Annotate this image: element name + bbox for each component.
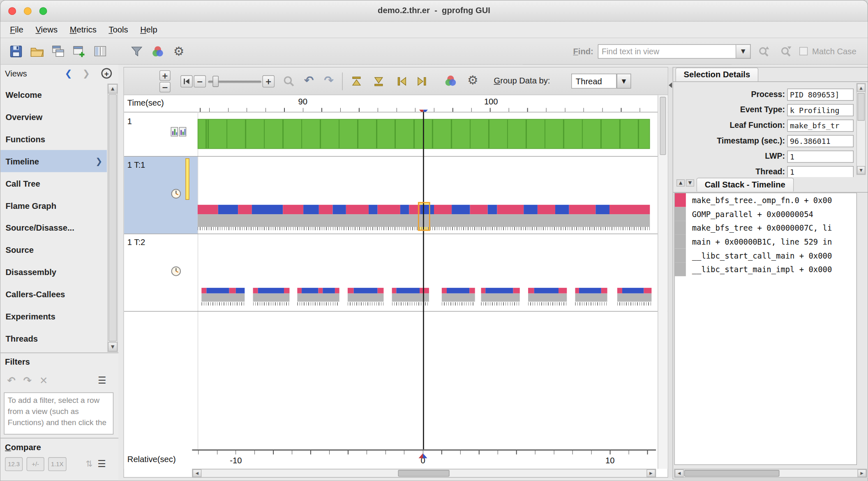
timeline-event-segment[interactable] — [284, 288, 289, 293]
open-experiment-icon[interactable] — [28, 42, 46, 60]
timeline-event-segment[interactable] — [579, 288, 601, 293]
thread-state-block[interactable] — [202, 294, 245, 306]
sidebar-item-overview[interactable]: Overview — [0, 106, 107, 128]
tab-selection-details[interactable]: Selection Details — [675, 67, 758, 81]
compare-menu-icon[interactable]: ☰ — [97, 458, 106, 469]
menu-help[interactable]: Help — [134, 23, 163, 37]
thread-state-block[interactable] — [347, 294, 383, 306]
copy-view-icon[interactable] — [49, 42, 67, 60]
zoom-out-button[interactable]: − — [194, 75, 206, 88]
timeline-event-segment[interactable] — [298, 288, 302, 293]
timeline-event-segment[interactable] — [302, 288, 319, 293]
timeline-event-segment[interactable] — [485, 288, 513, 293]
timeline-event-segment[interactable] — [236, 288, 245, 293]
timeline-event-segment[interactable] — [470, 205, 488, 214]
group-data-by-select[interactable]: Thread — [571, 74, 616, 88]
settings-gear-icon[interactable]: ⚙ — [170, 42, 188, 60]
timeline-event-segment[interactable] — [378, 205, 400, 214]
zoom-slider-thumb[interactable] — [212, 76, 219, 87]
timeline-event-segment[interactable] — [622, 288, 644, 293]
add-view-icon[interactable]: + — [101, 68, 112, 79]
timeline-event-group[interactable] — [442, 288, 475, 307]
timeline-event-segment[interactable] — [488, 205, 497, 214]
scroll-up-icon[interactable]: ▲ — [857, 83, 865, 92]
timeline-event-segment[interactable] — [283, 205, 303, 214]
timeline-event-segment[interactable] — [378, 288, 384, 293]
stack-frame-row[interactable]: make_bfs_tree + 0x0000007C, li — [675, 221, 856, 235]
timeline-hscrollbar[interactable]: ◀ ▶ — [192, 469, 656, 478]
timeline-event-segment[interactable] — [369, 205, 378, 214]
filter-icon[interactable] — [128, 42, 145, 60]
timeline-event-segment[interactable] — [497, 205, 524, 214]
timeline-event-segment[interactable] — [452, 205, 470, 214]
stack-frame-row[interactable]: main + 0x00000B1C, line 529 in — [675, 235, 856, 249]
compare-delta-button[interactable]: +/- — [27, 457, 44, 471]
timeline-event-segment[interactable] — [534, 288, 559, 293]
timeline-event-segment[interactable] — [447, 288, 469, 293]
scroll-right-icon[interactable]: ▶ — [857, 469, 866, 477]
scrollbar-thumb[interactable] — [857, 93, 865, 120]
thread-state-block[interactable] — [481, 294, 520, 306]
grow-section-icon[interactable]: ▲ — [676, 179, 685, 187]
thread-state-block[interactable] — [575, 294, 607, 306]
navigate-back-icon[interactable]: ❮ — [65, 68, 72, 79]
event-type-field[interactable]: k Profiling — [787, 104, 854, 116]
details-scrollbar[interactable]: ▲ ▼ — [856, 83, 866, 175]
scroll-down-icon[interactable]: ▼ — [857, 166, 865, 174]
scroll-up-icon[interactable]: ▲ — [108, 84, 118, 94]
scrollbar-thumb[interactable] — [398, 470, 449, 476]
collapse-left-icon[interactable] — [669, 83, 672, 88]
redo-filter-icon[interactable]: ↷ — [23, 375, 32, 386]
stack-frame-row[interactable]: GOMP_parallel + 0x00000054 — [675, 207, 856, 221]
thread-state-block[interactable] — [617, 294, 651, 306]
timeline-event-segment[interactable] — [303, 205, 319, 214]
new-window-icon[interactable] — [70, 42, 88, 60]
sort-icon[interactable]: ⇅ — [85, 459, 92, 469]
lwp-field[interactable]: 1 — [787, 150, 854, 163]
timeline-event-group[interactable] — [253, 288, 289, 307]
timeline-event-segment[interactable] — [392, 288, 397, 293]
timeline-event-group[interactable] — [347, 288, 383, 307]
call-stack-hscrollbar[interactable]: ◀ ▶ — [674, 469, 867, 478]
timeline-event-group[interactable] — [575, 288, 607, 307]
tab-call-stack[interactable]: Call Stack - Timeline — [696, 178, 794, 192]
save-icon[interactable] — [7, 42, 25, 60]
stack-frame-row[interactable]: __libc_start_call_main + 0x000 — [675, 249, 856, 263]
sidebar-scrollbar[interactable]: ▲ ▼ — [107, 83, 118, 352]
timeline-event-segment[interactable] — [420, 288, 429, 293]
timeline-event-segment[interactable] — [258, 288, 284, 293]
compare-ratio-button[interactable]: 1.1X — [48, 457, 66, 471]
scrollbar-thumb[interactable] — [684, 470, 780, 476]
timeline-event-group[interactable] — [202, 288, 245, 307]
match-case-checkbox[interactable] — [799, 47, 808, 55]
timeline-event-group[interactable] — [528, 288, 567, 307]
timeline-event-segment[interactable] — [617, 288, 622, 293]
timeline-rows[interactable]: 1 1 T:1 1 T:2 — [124, 112, 668, 449]
timeline-event-segment[interactable] — [481, 288, 485, 293]
timeline-event-segment[interactable] — [524, 205, 538, 214]
sidebar-item-flame-graph[interactable]: Flame Graph — [0, 194, 107, 217]
timeline-event-segment[interactable] — [528, 288, 534, 293]
scroll-down-icon[interactable]: ▼ — [108, 342, 118, 352]
timeline-event-segment[interactable] — [569, 205, 596, 214]
sidebar-item-timeline[interactable]: Timeline❯ — [0, 150, 107, 172]
zoom-in-vertical-button[interactable]: + — [159, 70, 171, 81]
leaf-function-field[interactable]: make_bfs_tr — [787, 120, 854, 132]
timeline-event-segment[interactable] — [319, 205, 332, 214]
menu-metrics[interactable]: Metrics — [64, 23, 103, 37]
scroll-right-icon[interactable]: ▶ — [646, 469, 656, 477]
thread-state-block[interactable] — [253, 294, 289, 306]
sidebar-item-source[interactable]: Source — [0, 238, 107, 261]
expand-rows-icon[interactable] — [372, 74, 385, 88]
find-dropdown-button[interactable]: ▼ — [736, 44, 750, 58]
timeline-vscrollbar[interactable] — [658, 95, 667, 469]
next-event-icon[interactable] — [415, 74, 428, 88]
timeline-event-segment[interactable] — [202, 288, 206, 293]
timeline-settings-icon[interactable]: ⚙ — [466, 72, 479, 87]
sidebar-item-welcome[interactable]: Welcome — [0, 83, 107, 106]
sidebar-item-source-disassembly[interactable]: Source/Disasse... — [0, 216, 107, 238]
sidebar-item-threads[interactable]: Threads — [0, 327, 107, 349]
timeline-event-group[interactable] — [481, 288, 520, 307]
timeline-event-segment[interactable] — [229, 288, 236, 293]
scrollbar-thumb[interactable] — [108, 94, 117, 342]
